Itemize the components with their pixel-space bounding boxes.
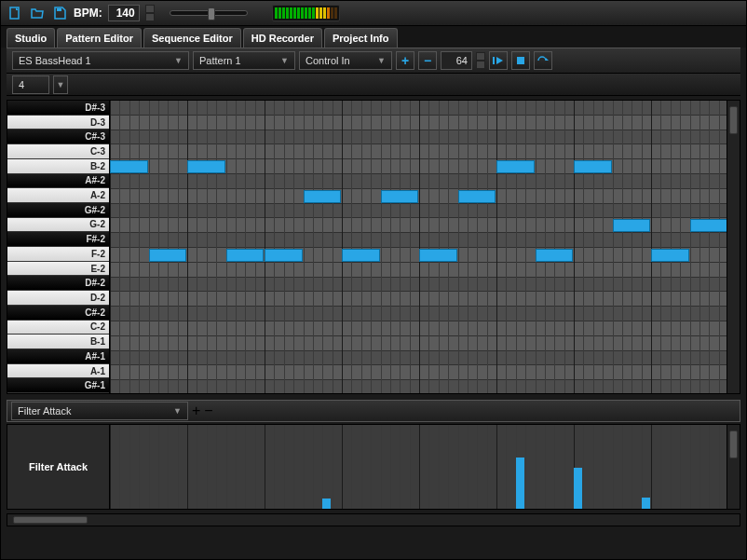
automation-lane: Filter Attack: [7, 424, 740, 510]
tab-hd-recorder[interactable]: HD Recorder: [243, 28, 322, 48]
automation-point[interactable]: [574, 468, 582, 509]
bpm-up[interactable]: [145, 5, 155, 13]
pattern-toolbar: ES BassHead 1▼ Pattern 1▼ Control In▼ + …: [7, 48, 740, 74]
note[interactable]: [226, 249, 265, 262]
open-folder-icon[interactable]: [29, 5, 46, 21]
add-automation-button[interactable]: +: [192, 403, 200, 419]
zoom-select[interactable]: 4: [12, 75, 49, 94]
note[interactable]: [381, 190, 419, 203]
automation-point[interactable]: [642, 498, 650, 509]
steps-field: 64: [441, 51, 472, 70]
piano-key[interactable]: F#-2: [7, 232, 109, 247]
remove-pattern-button[interactable]: −: [418, 51, 437, 70]
piano-key[interactable]: B-2: [7, 159, 109, 174]
piano-key[interactable]: G-2: [7, 218, 109, 233]
automation-vscroll[interactable]: [727, 425, 740, 509]
control-in-select[interactable]: Control In▼: [299, 51, 392, 70]
slider-thumb[interactable]: [208, 7, 215, 20]
note[interactable]: [149, 249, 187, 262]
piano-keys[interactable]: D#-3D-3C#-3C-3B-2A#-2A-2G#-2G-2F#-2F-2E-…: [7, 101, 110, 393]
instrument-select[interactable]: ES BassHead 1▼: [12, 51, 189, 70]
note[interactable]: [187, 160, 225, 173]
bpm-down[interactable]: [145, 13, 155, 21]
level-meter: [272, 5, 340, 21]
steps-spin[interactable]: [476, 52, 485, 69]
note[interactable]: [458, 190, 496, 203]
pattern-select[interactable]: Pattern 1▼: [193, 51, 295, 70]
play-start-button[interactable]: [489, 51, 508, 70]
bpm-spin[interactable]: [145, 5, 155, 21]
automation-point[interactable]: [322, 499, 331, 509]
main-tabs: Studio Pattern Editor Sequence Editor HD…: [1, 25, 746, 48]
bpm-label: BPM:: [74, 7, 102, 20]
scrollbar-thumb[interactable]: [13, 516, 88, 524]
note[interactable]: [690, 219, 727, 232]
svg-rect-1: [57, 8, 61, 11]
new-file-icon[interactable]: [7, 5, 23, 21]
tab-project-info[interactable]: Project Info: [324, 28, 398, 48]
horizontal-scrollbar[interactable]: [7, 513, 740, 526]
tab-pattern-editor[interactable]: Pattern Editor: [57, 28, 142, 48]
automation-grid[interactable]: [110, 425, 727, 509]
tempo-slider[interactable]: [170, 10, 248, 16]
top-toolbar: BPM: 140: [1, 1, 746, 25]
piano-key[interactable]: D-3: [7, 116, 109, 130]
note[interactable]: [110, 160, 148, 173]
svg-rect-2: [493, 57, 495, 64]
zoom-dropdown-arrow[interactable]: ▼: [53, 75, 68, 94]
save-icon[interactable]: [51, 5, 68, 21]
tab-studio[interactable]: Studio: [7, 28, 55, 48]
chevron-down-icon: ▼: [169, 56, 183, 65]
note[interactable]: [265, 249, 303, 262]
piano-key[interactable]: G#-1: [7, 378, 109, 393]
piano-key[interactable]: D#-2: [7, 276, 109, 291]
piano-roll: D#-3D-3C#-3C-3B-2A#-2A-2G#-2G-2F#-2F-2E-…: [7, 100, 740, 394]
note[interactable]: [651, 249, 689, 262]
vertical-scrollbar[interactable]: [727, 101, 740, 393]
scrollbar-thumb[interactable]: [729, 430, 738, 458]
scrollbar-thumb[interactable]: [729, 106, 738, 134]
piano-key[interactable]: C-3: [7, 144, 109, 159]
note-grid[interactable]: [110, 101, 727, 393]
note[interactable]: [536, 249, 574, 262]
app-root: BPM: 140 Studio Pattern Editor Sequence …: [0, 0, 747, 560]
piano-key[interactable]: E-2: [7, 262, 109, 277]
piano-key[interactable]: F-2: [7, 247, 109, 262]
piano-key[interactable]: C#-2: [7, 306, 109, 321]
stop-button[interactable]: [511, 51, 530, 70]
piano-key[interactable]: A#-2: [7, 174, 109, 189]
loop-button[interactable]: [534, 51, 552, 70]
automation-point[interactable]: [516, 458, 524, 509]
automation-label: Filter Attack: [7, 425, 110, 509]
piano-key[interactable]: A-2: [7, 188, 109, 203]
chevron-down-icon: ▼: [168, 406, 182, 416]
chevron-down-icon: ▼: [275, 56, 289, 65]
note[interactable]: [419, 249, 457, 262]
piano-key[interactable]: C-2: [7, 321, 109, 335]
piano-key[interactable]: C#-3: [7, 130, 109, 144]
tab-sequence-editor[interactable]: Sequence Editor: [143, 28, 241, 48]
bpm-value[interactable]: 140: [108, 5, 140, 21]
automation-param-select[interactable]: Filter Attack▼: [11, 402, 188, 420]
svg-rect-3: [517, 57, 524, 64]
note[interactable]: [613, 219, 651, 232]
add-pattern-button[interactable]: +: [396, 51, 414, 70]
remove-automation-button[interactable]: −: [204, 403, 212, 419]
piano-key[interactable]: A-1: [7, 364, 109, 379]
chevron-down-icon: ▼: [372, 56, 386, 65]
piano-key[interactable]: G#-2: [7, 203, 109, 218]
note[interactable]: [304, 190, 342, 203]
zoom-bar: 4 ▼: [7, 74, 740, 96]
automation-toolbar: Filter Attack▼ + −: [7, 400, 740, 422]
note[interactable]: [342, 249, 380, 262]
note[interactable]: [574, 160, 612, 173]
piano-key[interactable]: B-1: [7, 335, 109, 349]
note[interactable]: [496, 160, 535, 173]
piano-key[interactable]: D-2: [7, 291, 109, 306]
piano-key[interactable]: D#-3: [7, 101, 109, 116]
piano-key[interactable]: A#-1: [7, 349, 109, 364]
